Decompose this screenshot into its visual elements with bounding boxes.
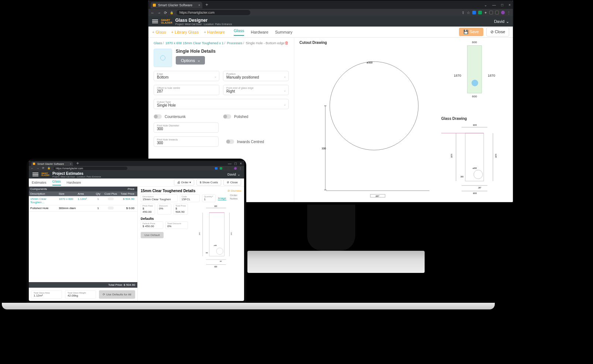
- share-icon[interactable]: ⇪: [462, 11, 465, 15]
- extension-icon[interactable]: [220, 167, 222, 170]
- chevron-down-icon: ⌄: [197, 58, 200, 63]
- add-glass-button[interactable]: + Glass: [152, 30, 166, 34]
- details-title: 15mm Clear Toughened Details: [141, 189, 195, 193]
- stat-area: Total Glass Area 1.12m²: [31, 290, 62, 299]
- svg-text:ø300: ø300: [214, 245, 217, 246]
- extension-icon[interactable]: [478, 11, 482, 14]
- diameter-input[interactable]: First Hole Diameter 300: [154, 122, 219, 133]
- tab-hardware[interactable]: Hardware: [67, 181, 81, 184]
- close-button[interactable]: ⊘ Close: [223, 179, 241, 186]
- details-glass-drawing: 600 ø300 300 1870 1870 287 600: [191, 204, 241, 271]
- app-header: SMARTGLAZIER Project Estimates Project: …: [29, 170, 244, 178]
- tab-hardware[interactable]: Hardware: [251, 30, 268, 34]
- url-field[interactable]: https://smartglazier.com: [54, 167, 127, 170]
- tab-favicon: [33, 163, 35, 165]
- offset-input[interactable]: Offset to hole centre 287: [154, 85, 219, 95]
- cutout-drawing: ø300 300 287: [299, 47, 441, 202]
- forward-icon[interactable]: →: [37, 167, 39, 170]
- kebab-menu-icon[interactable]: ⋮: [239, 167, 242, 170]
- extension-icon[interactable]: [495, 11, 499, 14]
- polished-toggle[interactable]: Polished: [223, 114, 289, 119]
- add-hardware-button[interactable]: + Hardware: [204, 30, 225, 34]
- breadcrumb-glass[interactable]: Glass: [154, 41, 162, 45]
- cutout-type-select[interactable]: Cutout Type Single Hole ⌄: [154, 99, 289, 109]
- new-tab-button[interactable]: +: [205, 3, 208, 7]
- options-button[interactable]: Options ⌄: [176, 56, 205, 65]
- position-select[interactable]: Position Manually positioned ⌄: [223, 71, 289, 81]
- profile-avatar[interactable]: [501, 11, 505, 14]
- extension-icon[interactable]: [215, 167, 217, 170]
- puzzle-icon[interactable]: ✦: [484, 11, 487, 15]
- star-icon[interactable]: ☆: [467, 11, 470, 15]
- close-tab-icon[interactable]: ×: [70, 163, 71, 165]
- reload-icon[interactable]: ⟳: [42, 167, 44, 170]
- browser-tab[interactable]: Smart Glazier Software ×: [31, 162, 73, 166]
- extension-icon[interactable]: [229, 167, 232, 170]
- svg-text:1870: 1870: [450, 154, 453, 158]
- close-tab-icon[interactable]: ×: [198, 3, 200, 7]
- hamburger-icon[interactable]: [152, 19, 158, 24]
- countersunk-toggle[interactable]: Countersunk: [154, 114, 219, 119]
- use-default-button[interactable]: Use Default: [141, 232, 164, 238]
- show-costs-button[interactable]: $ Show Costs: [196, 179, 221, 186]
- kebab-menu-icon[interactable]: ⋮: [507, 11, 511, 15]
- reload-icon[interactable]: ⟳: [164, 11, 167, 15]
- tab-order-notes[interactable]: Order Notes: [230, 194, 241, 200]
- tab-summary[interactable]: Summary: [275, 30, 292, 34]
- tab-estimates[interactable]: Estimates: [32, 181, 47, 184]
- extension-icon[interactable]: [489, 11, 493, 14]
- tab-glass[interactable]: Glass: [52, 180, 61, 186]
- hole-thumbnail: [154, 49, 172, 67]
- user-menu[interactable]: David ⌄: [494, 19, 509, 24]
- tab-image[interactable]: Image: [218, 197, 226, 200]
- desc-input[interactable]: Description 15mm Clear Toughen: [141, 194, 178, 202]
- maximize-icon[interactable]: □: [234, 162, 237, 166]
- use-defaults-all-button[interactable]: ⟳ Use Defaults for All: [99, 290, 135, 299]
- close-window-icon[interactable]: ×: [240, 162, 242, 166]
- table-row[interactable]: Polished Hole 300mm diam 1 $ 0.00: [29, 205, 137, 212]
- svg-rect-26: [209, 213, 224, 256]
- qty-input[interactable]: Quantity* 1: [202, 194, 216, 202]
- browser-tab[interactable]: Smart Glazier Software ×: [151, 2, 202, 8]
- profile-avatar[interactable]: [234, 167, 237, 170]
- price-rate-input[interactable]: Price Rate $ 450.00: [141, 204, 155, 215]
- hamburger-icon[interactable]: [32, 172, 38, 177]
- extension-icon[interactable]: [472, 11, 476, 14]
- chevron-down-icon[interactable]: ⌄: [484, 3, 487, 7]
- app-header: SMARTGLAZIER Glass Designer Project: Wes…: [148, 16, 513, 27]
- default-discount-display: Total Discount 0%: [165, 221, 188, 229]
- forward-icon[interactable]: →: [157, 11, 161, 15]
- extension-icons: ⇪ ☆ ✦ ⋮: [462, 11, 511, 15]
- tab-glass[interactable]: Glass: [234, 28, 244, 36]
- minimize-icon[interactable]: —: [228, 162, 232, 166]
- close-window-icon[interactable]: ×: [508, 3, 511, 7]
- discount-input[interactable]: Discount 0%: [157, 204, 172, 215]
- extension-icon[interactable]: [224, 167, 227, 170]
- edge-select[interactable]: Edge Bottom ⌄: [154, 71, 219, 81]
- code-input[interactable]: Code 15FCL: [180, 194, 200, 202]
- back-icon[interactable]: ←: [31, 167, 34, 170]
- inwards-centred-toggle[interactable]: Inwards Centred: [226, 139, 289, 144]
- add-library-glass-button[interactable]: + Library Glass: [171, 30, 199, 34]
- close-button[interactable]: ⊘ Close: [486, 27, 509, 37]
- svg-text:600: 600: [214, 266, 217, 268]
- user-menu[interactable]: David ⌄: [227, 173, 240, 176]
- url-field[interactable]: https://smartglazier.com: [176, 10, 250, 15]
- order-button[interactable]: 🖨 Order ▾: [174, 179, 194, 186]
- save-button[interactable]: 💾 Save: [459, 28, 483, 36]
- maximize-icon[interactable]: □: [501, 3, 503, 7]
- inwards-input[interactable]: First Hole Inwards 300: [154, 136, 219, 147]
- page-title: Project Estimates: [52, 171, 101, 176]
- dim-top: 600: [441, 41, 508, 44]
- dismiss-button[interactable]: ⊘ Dismiss: [227, 189, 241, 193]
- table-row[interactable]: 15mm Clear Toughen… 1870 x 600 1.12m² 1 …: [29, 196, 137, 205]
- new-tab-button[interactable]: +: [76, 162, 79, 165]
- breadcrumb-processes[interactable]: Processes: [227, 41, 243, 45]
- delete-icon[interactable]: 🗑: [285, 41, 289, 45]
- breadcrumb-item[interactable]: 1870 x 600 15mm Clear Toughened x 1: [165, 41, 223, 45]
- minimize-icon[interactable]: —: [492, 3, 496, 7]
- from-end-select[interactable]: From end of glass edge Right ⌄: [223, 85, 289, 95]
- table-total: Total Price: $ 504.90: [29, 282, 137, 288]
- svg-point-13: [474, 170, 483, 179]
- back-icon[interactable]: ←: [151, 11, 154, 15]
